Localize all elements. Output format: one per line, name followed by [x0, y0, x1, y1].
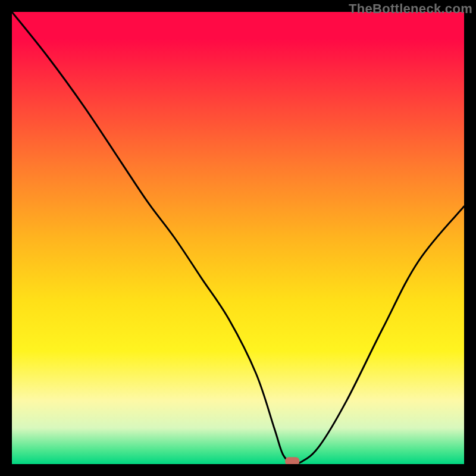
minimum-marker — [285, 457, 299, 464]
bottleneck-curve-path — [12, 12, 464, 464]
plot-area — [12, 12, 464, 464]
watermark-text: TheBottleneck.com — [349, 1, 472, 17]
chart-frame: TheBottleneck.com — [0, 0, 476, 476]
bottleneck-curve-svg — [12, 12, 464, 464]
